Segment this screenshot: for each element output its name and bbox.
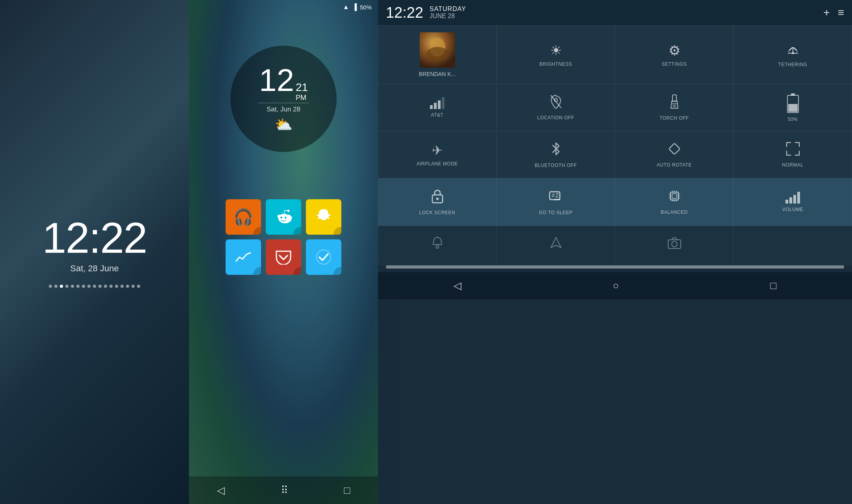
lockscreen-label: LOCK SCREEN xyxy=(419,210,456,215)
battery-label: 50% xyxy=(788,117,798,122)
notif-nav-bar: ◁ ○ □ xyxy=(378,272,852,299)
svg-line-26 xyxy=(556,193,558,197)
profile-tile[interactable]: BRENDAN K... xyxy=(378,26,496,84)
notif-recents-button[interactable]: □ xyxy=(770,280,776,292)
svg-point-47 xyxy=(672,241,677,247)
tile-att[interactable]: AT&T xyxy=(378,84,496,131)
app-grid: 🎧 xyxy=(226,199,341,275)
settings-icon: ⚙ xyxy=(669,43,680,58)
tile-location[interactable]: LOCATION OFF xyxy=(496,84,615,131)
lock-dot xyxy=(98,285,102,288)
svg-rect-16 xyxy=(788,104,798,112)
brightness-icon: ☀ xyxy=(550,43,562,58)
notif-header: 12:22 SATURDAY JUNE 28 + ≡ xyxy=(378,0,852,26)
quick-tiles-row4: LOCK SCREEN GO TO SLEEP xyxy=(378,178,852,226)
app-tasks[interactable] xyxy=(306,239,341,275)
tile-tethering[interactable]: TETHERING xyxy=(733,26,852,84)
widget-ampm: PM xyxy=(296,94,308,102)
sleep-icon xyxy=(549,189,563,207)
lock-dot xyxy=(109,285,113,288)
ringer-icon xyxy=(431,236,444,252)
lock-date: Sat, 28 June xyxy=(70,263,119,274)
recents-button[interactable]: □ xyxy=(344,484,350,497)
bar2 xyxy=(434,103,437,109)
svg-rect-10 xyxy=(672,95,676,101)
lock-time: 12:22 xyxy=(42,216,146,259)
widget-time: 12 21 PM xyxy=(259,65,308,102)
lock-dot xyxy=(49,285,52,288)
lock-dot xyxy=(132,285,135,288)
tile-battery[interactable]: 50% xyxy=(733,84,852,131)
app-pocket[interactable] xyxy=(266,239,301,275)
svg-point-1 xyxy=(280,217,282,219)
tile-brightness[interactable]: ☀ BRIGHTNESS xyxy=(496,26,615,84)
balanced-label: BALANCED xyxy=(661,209,688,215)
tile-balanced[interactable]: BALANCED xyxy=(615,178,733,226)
tile-airplane[interactable]: ✈ AIRPLANE MODE xyxy=(378,131,496,178)
tile-settings[interactable]: ⚙ SETTINGS xyxy=(615,26,733,84)
svg-rect-15 xyxy=(791,93,795,96)
torch-icon xyxy=(669,94,680,112)
lock-dot xyxy=(87,285,91,288)
status-bar-right: ▲ ▐ 50% xyxy=(343,4,372,11)
lock-dot xyxy=(93,285,96,288)
autorotate-icon xyxy=(667,142,682,159)
camera-icon xyxy=(667,237,682,252)
brightness-label: BRIGHTNESS xyxy=(539,61,572,67)
tile-navigation[interactable] xyxy=(496,226,615,265)
svg-point-19 xyxy=(436,198,439,200)
back-button[interactable]: ◁ xyxy=(217,484,225,497)
widget-ampm-block: 21 PM xyxy=(296,82,308,102)
svg-point-2 xyxy=(285,217,287,219)
app-finance[interactable] xyxy=(226,239,261,275)
tile-bluetooth[interactable]: BLUETOOTH OFF xyxy=(496,131,615,178)
settings-label: SETTINGS xyxy=(661,61,687,67)
signal-icon: ▐ xyxy=(352,4,357,11)
quick-tiles-row3: ✈ AIRPLANE MODE BLUETOOTH OFF AUTO ROTAT… xyxy=(378,131,852,178)
quick-tiles-row5-partial xyxy=(378,226,852,265)
tile-autorotate[interactable]: AUTO ROTATE xyxy=(615,131,733,178)
bar3 xyxy=(438,100,441,109)
svg-rect-30 xyxy=(672,194,677,198)
tile-normal[interactable]: NORMAL xyxy=(733,131,852,178)
tile-volume[interactable]: VOLUME xyxy=(733,178,852,226)
vbar1 xyxy=(785,200,788,204)
tile-camera[interactable] xyxy=(615,226,733,265)
avatar xyxy=(420,32,455,68)
tile-sleep[interactable]: GO TO SLEEP xyxy=(496,178,615,226)
tethering-icon xyxy=(786,42,800,59)
lock-dot xyxy=(120,285,124,288)
menu-button[interactable]: ≡ xyxy=(838,6,844,19)
tile-lockscreen[interactable]: LOCK SCREEN xyxy=(378,178,496,226)
app-snapchat[interactable] xyxy=(306,199,341,235)
lock-dot xyxy=(82,285,85,288)
autorotate-label: AUTO ROTATE xyxy=(657,162,692,168)
att-label: AT&T xyxy=(431,112,444,118)
add-button[interactable]: + xyxy=(823,6,830,19)
bar1 xyxy=(430,105,433,109)
lock-dots xyxy=(49,285,140,288)
battery-percent: 50% xyxy=(360,4,372,11)
lock-screen: 12:22 Sat, 28 June xyxy=(0,0,189,504)
home-nav-bar: ◁ ⠿ □ xyxy=(189,476,378,504)
tile-ringer[interactable] xyxy=(378,226,496,265)
svg-rect-29 xyxy=(670,192,678,200)
notif-home-button[interactable]: ○ xyxy=(613,280,619,292)
home-button[interactable]: ⠿ xyxy=(281,484,288,497)
status-bar: ▲ ▐ 50% xyxy=(189,0,378,14)
wifi-icon: ▲ xyxy=(343,4,349,11)
battery-icon xyxy=(787,93,799,113)
widget-hour: 12 xyxy=(259,65,294,96)
lock-dot xyxy=(71,285,74,288)
scroll-indicator[interactable] xyxy=(386,265,844,269)
lock-dot xyxy=(115,285,118,288)
vbar2 xyxy=(789,197,792,204)
profile-name: BRENDAN K... xyxy=(419,71,456,77)
scroll-thumb xyxy=(386,265,844,269)
notif-back-button[interactable]: ◁ xyxy=(454,280,461,292)
app-headphones[interactable]: 🎧 xyxy=(226,199,261,235)
tile-empty4 xyxy=(733,226,852,265)
airplane-label: AIRPLANE MODE xyxy=(417,161,458,167)
tile-torch[interactable]: TORCH OFF xyxy=(615,84,733,131)
app-reddit[interactable] xyxy=(266,199,301,235)
